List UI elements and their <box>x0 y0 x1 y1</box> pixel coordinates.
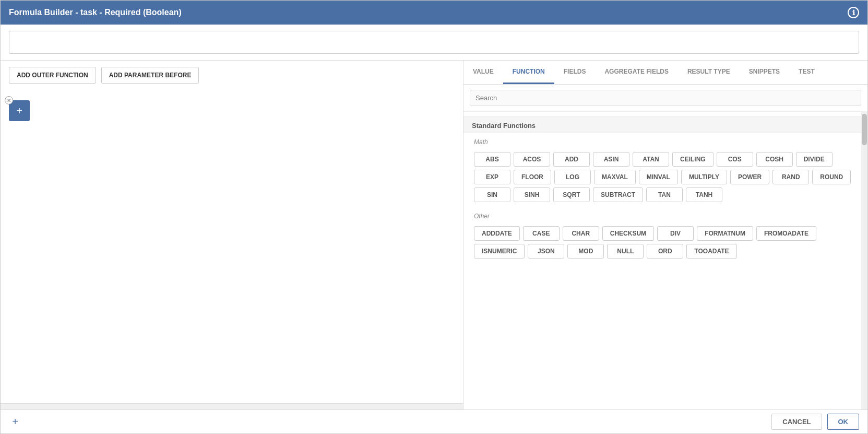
func-asin[interactable]: ASIN <box>593 152 629 167</box>
panel-scrollbar-thumb <box>862 114 867 145</box>
func-adddate[interactable]: ADDDATE <box>474 226 520 241</box>
formula-input[interactable] <box>9 31 859 54</box>
func-fromoadate[interactable]: FROMOADATE <box>756 226 816 241</box>
func-rand[interactable]: RAND <box>772 170 809 184</box>
right-panel: VALUE FUNCTION FIELDS AGGREGATE FIELDS R… <box>463 61 867 409</box>
func-tan[interactable]: TAN <box>646 187 683 202</box>
ok-button[interactable]: OK <box>827 414 860 430</box>
footer: + CANCEL OK <box>1 409 867 433</box>
search-area <box>463 85 867 112</box>
left-panel: ADD OUTER FUNCTION ADD PARAMETER BEFORE … <box>1 61 463 409</box>
func-isnumeric[interactable]: ISNUMERIC <box>474 244 525 259</box>
tabs-bar: VALUE FUNCTION FIELDS AGGREGATE FIELDS R… <box>463 61 867 85</box>
param-box-plus: + <box>16 105 22 117</box>
search-input[interactable] <box>470 90 861 106</box>
tab-aggregate-fields[interactable]: AGGREGATE FIELDS <box>595 61 677 84</box>
cancel-button[interactable]: CANCEL <box>771 414 822 430</box>
panel-scroll-wrapper: Standard Functions Math ABS ACOS ADD ASI… <box>463 112 867 409</box>
tab-result-type[interactable]: RESULT TYPE <box>678 61 740 84</box>
tab-fields[interactable]: FIELDS <box>554 61 596 84</box>
footer-right: CANCEL OK <box>771 414 859 430</box>
formula-canvas: ✕ + <box>1 90 463 403</box>
tab-function[interactable]: FUNCTION <box>503 61 554 84</box>
func-acos[interactable]: ACOS <box>514 152 550 167</box>
add-outer-function-button[interactable]: ADD OUTER FUNCTION <box>9 67 96 84</box>
formula-input-area <box>1 25 867 61</box>
func-floor[interactable]: FLOOR <box>514 170 551 184</box>
other-functions-grid: ADDDATE CASE CHAR CHECKSUM DIV FORMATNUM… <box>463 223 861 264</box>
func-checksum[interactable]: CHECKSUM <box>602 226 654 241</box>
func-divide[interactable]: DIVIDE <box>796 152 833 167</box>
func-sin[interactable]: SIN <box>474 187 510 202</box>
func-formatnum[interactable]: FORMATNUM <box>697 226 753 241</box>
func-minval[interactable]: MINVAL <box>639 170 678 184</box>
func-maxval[interactable]: MAXVAL <box>594 170 636 184</box>
func-cos[interactable]: COS <box>717 152 753 167</box>
func-case[interactable]: CASE <box>523 226 560 241</box>
window-title: Formula Builder - task - Required (Boole… <box>9 8 182 17</box>
func-null[interactable]: NULL <box>607 244 644 259</box>
func-tooadate[interactable]: TOOADATE <box>686 244 736 259</box>
tab-test[interactable]: TEST <box>789 61 824 84</box>
other-subsection-header: Other <box>463 207 861 223</box>
func-power[interactable]: POWER <box>730 170 769 184</box>
func-ceiling[interactable]: CEILING <box>672 152 714 167</box>
func-round[interactable]: ROUND <box>812 170 851 184</box>
param-box[interactable]: ✕ + <box>9 100 30 121</box>
add-parameter-before-button[interactable]: ADD PARAMETER BEFORE <box>101 67 199 84</box>
func-abs[interactable]: ABS <box>474 152 510 167</box>
math-functions-grid: ABS ACOS ADD ASIN ATAN CEILING COS COSH … <box>463 149 861 207</box>
title-bar: Formula Builder - task - Required (Boole… <box>1 1 867 25</box>
info-icon[interactable]: ℹ <box>848 7 859 18</box>
func-sqrt[interactable]: SQRT <box>553 187 590 202</box>
footer-left: + <box>9 416 21 428</box>
canvas-scrollbar[interactable] <box>1 403 463 409</box>
func-char[interactable]: CHAR <box>563 226 599 241</box>
panel-scrollbar[interactable] <box>861 112 867 409</box>
main-content: ADD OUTER FUNCTION ADD PARAMETER BEFORE … <box>1 61 867 409</box>
func-mod[interactable]: MOD <box>567 244 604 259</box>
functions-list: Standard Functions Math ABS ACOS ADD ASI… <box>463 112 861 409</box>
func-cosh[interactable]: COSH <box>756 152 793 167</box>
func-subtract[interactable]: SUBTRACT <box>593 187 643 202</box>
func-sinh[interactable]: SINH <box>514 187 550 202</box>
param-box-close-icon[interactable]: ✕ <box>5 96 13 104</box>
standard-functions-header: Standard Functions <box>463 116 861 133</box>
tab-snippets[interactable]: SNIPPETS <box>740 61 789 84</box>
panel-content: Standard Functions Math ABS ACOS ADD ASI… <box>463 85 867 409</box>
func-json[interactable]: JSON <box>528 244 564 259</box>
func-tanh[interactable]: TANH <box>686 187 722 202</box>
func-ord[interactable]: ORD <box>647 244 683 259</box>
tab-value[interactable]: VALUE <box>463 61 503 84</box>
formula-builder-window: Formula Builder - task - Required (Boole… <box>0 0 868 434</box>
func-multiply[interactable]: MULTIPLY <box>681 170 727 184</box>
footer-add-button[interactable]: + <box>9 416 21 428</box>
func-atan[interactable]: ATAN <box>633 152 669 167</box>
func-add[interactable]: ADD <box>553 152 590 167</box>
func-exp[interactable]: EXP <box>474 170 510 184</box>
math-subsection-header: Math <box>463 133 861 149</box>
toolbar: ADD OUTER FUNCTION ADD PARAMETER BEFORE <box>1 61 463 90</box>
func-div[interactable]: DIV <box>657 226 694 241</box>
func-log[interactable]: LOG <box>554 170 591 184</box>
